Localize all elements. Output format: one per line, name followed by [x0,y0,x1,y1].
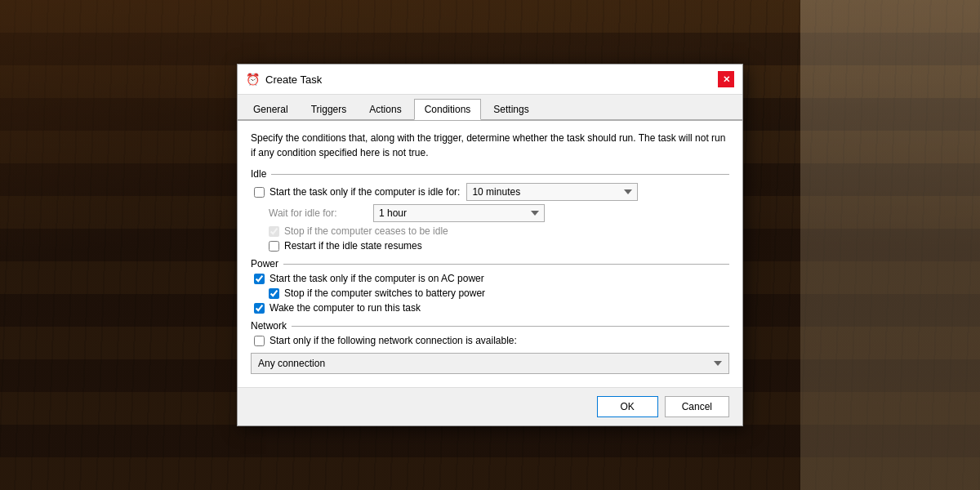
idle-restart-label[interactable]: Restart if the idle state resumes [269,240,422,252]
idle-wait-label: Wait for idle for: [269,207,367,219]
idle-stop-row: Stop if the computer ceases to be idle [251,225,729,237]
network-row: Start only if the following network conn… [251,335,729,346]
power-wake-label[interactable]: Wake the computer to run this task [254,302,421,314]
idle-duration-dropdown[interactable]: 10 minutes [466,183,638,201]
idle-start-checkbox[interactable] [254,187,265,198]
idle-stop-checkbox[interactable] [269,226,279,237]
tab-triggers[interactable]: Triggers [301,99,358,120]
tab-settings[interactable]: Settings [483,99,539,120]
power-battery-row: Stop if the computer switches to battery… [251,287,729,299]
ok-button[interactable]: OK [597,396,658,417]
tab-general[interactable]: General [243,99,299,120]
power-ac-label[interactable]: Start the task only if the computer is o… [254,273,484,284]
network-checkbox[interactable] [254,336,265,346]
power-ac-row: Start the task only if the computer is o… [251,273,729,284]
create-task-dialog: ⏰ Create Task ✕ General Triggers Actions… [237,64,743,426]
close-button[interactable]: ✕ [718,71,734,87]
power-ac-checkbox[interactable] [254,274,265,284]
task-icon: ⏰ [246,73,259,86]
power-battery-checkbox[interactable] [269,288,279,299]
idle-restart-row: Restart if the idle state resumes [251,240,729,252]
tab-actions[interactable]: Actions [359,99,412,120]
idle-stop-label[interactable]: Stop if the computer ceases to be idle [269,225,448,237]
idle-restart-checkbox[interactable] [269,241,279,252]
idle-section-label: Idle [251,168,729,180]
power-battery-label[interactable]: Stop if the computer switches to battery… [269,287,485,299]
dialog-footer: OK Cancel [238,387,742,425]
network-connection-dropdown[interactable]: Any connection [251,353,729,374]
tab-conditions[interactable]: Conditions [414,99,482,120]
power-wake-checkbox[interactable] [254,303,265,314]
title-bar-left: ⏰ Create Task [246,73,322,86]
tab-bar: General Triggers Actions Conditions Sett… [238,95,742,120]
description-text: Specify the conditions that, along with … [251,131,729,160]
tab-content: Specify the conditions that, along with … [238,120,742,387]
dialog-title: Create Task [265,74,322,86]
power-section-label: Power [251,258,729,270]
idle-wait-dropdown[interactable]: 1 hour [373,204,545,222]
network-section-label: Network [251,320,729,332]
network-label[interactable]: Start only if the following network conn… [254,335,517,346]
cancel-button[interactable]: Cancel [665,396,729,417]
idle-start-label[interactable]: Start the task only if the computer is i… [254,186,460,198]
idle-wait-row: Wait for idle for: 1 hour [251,204,729,222]
power-wake-row: Wake the computer to run this task [251,302,729,314]
title-bar: ⏰ Create Task ✕ [238,65,742,95]
idle-start-row: Start the task only if the computer is i… [251,183,729,201]
